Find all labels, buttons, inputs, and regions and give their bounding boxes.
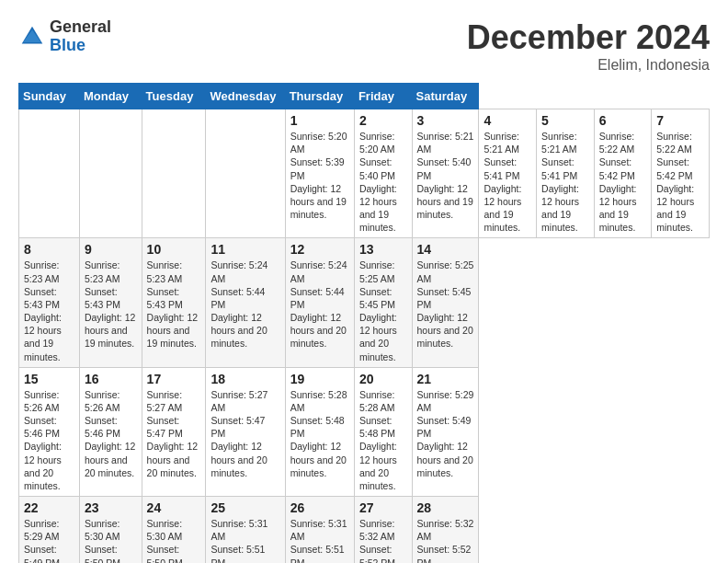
day-number: 3 xyxy=(417,113,474,128)
day-info: Sunrise: 5:30 AM Sunset: 5:50 PM Dayligh… xyxy=(85,517,137,563)
calendar-cell: 16 Sunrise: 5:26 AM Sunset: 5:46 PM Dayl… xyxy=(79,367,142,496)
calendar-cell: 2 Sunrise: 5:20 AM Sunset: 5:40 PM Dayli… xyxy=(354,109,412,238)
calendar-cell: 17 Sunrise: 5:27 AM Sunset: 5:47 PM Dayl… xyxy=(142,367,206,496)
title-block: December 2024 Elelim, Indonesia xyxy=(467,18,710,74)
day-number: 24 xyxy=(147,500,201,515)
calendar-cell: 6 Sunrise: 5:22 AM Sunset: 5:42 PM Dayli… xyxy=(594,109,652,238)
day-number: 27 xyxy=(359,500,407,515)
day-info: Sunrise: 5:26 AM Sunset: 5:46 PM Dayligh… xyxy=(85,388,137,479)
calendar-cell: 12 Sunrise: 5:24 AM Sunset: 5:44 PM Dayl… xyxy=(285,238,354,367)
day-number: 23 xyxy=(85,500,137,515)
day-number: 16 xyxy=(85,372,137,386)
calendar-week-4: 22 Sunrise: 5:29 AM Sunset: 5:49 PM Dayl… xyxy=(19,497,710,563)
logo: General Blue xyxy=(18,18,111,55)
day-info: Sunrise: 5:27 AM Sunset: 5:47 PM Dayligh… xyxy=(147,388,201,479)
calendar-cell: 28 Sunrise: 5:32 AM Sunset: 5:52 PM Dayl… xyxy=(412,497,479,563)
day-info: Sunrise: 5:22 AM Sunset: 5:42 PM Dayligh… xyxy=(656,130,704,234)
calendar-week-1: 1 Sunrise: 5:20 AM Sunset: 5:39 PM Dayli… xyxy=(19,109,710,238)
day-info: Sunrise: 5:29 AM Sunset: 5:49 PM Dayligh… xyxy=(24,517,74,563)
day-number: 20 xyxy=(359,372,407,386)
col-wednesday: Wednesday xyxy=(206,84,285,109)
day-number: 18 xyxy=(210,372,279,386)
calendar-cell: 5 Sunrise: 5:21 AM Sunset: 5:41 PM Dayli… xyxy=(537,109,595,238)
day-info: Sunrise: 5:20 AM Sunset: 5:40 PM Dayligh… xyxy=(359,130,407,234)
day-number: 9 xyxy=(85,242,137,257)
day-info: Sunrise: 5:21 AM Sunset: 5:41 PM Dayligh… xyxy=(483,130,531,234)
day-info: Sunrise: 5:32 AM Sunset: 5:52 PM Dayligh… xyxy=(359,517,407,563)
calendar-cell: 9 Sunrise: 5:23 AM Sunset: 5:43 PM Dayli… xyxy=(79,238,142,367)
calendar-cell xyxy=(142,109,206,238)
calendar-cell: 20 Sunrise: 5:28 AM Sunset: 5:48 PM Dayl… xyxy=(354,367,412,496)
calendar-cell: 11 Sunrise: 5:24 AM Sunset: 5:44 PM Dayl… xyxy=(206,238,285,367)
day-number: 4 xyxy=(483,113,531,128)
calendar-cell: 14 Sunrise: 5:25 AM Sunset: 5:45 PM Dayl… xyxy=(412,238,479,367)
logo-general: General xyxy=(50,18,111,37)
day-number: 22 xyxy=(24,500,74,515)
calendar-cell: 15 Sunrise: 5:26 AM Sunset: 5:46 PM Dayl… xyxy=(19,367,80,496)
day-number: 2 xyxy=(359,113,407,128)
month-title: December 2024 xyxy=(467,18,710,57)
calendar-cell: 7 Sunrise: 5:22 AM Sunset: 5:42 PM Dayli… xyxy=(652,109,710,238)
calendar-cell: 25 Sunrise: 5:31 AM Sunset: 5:51 PM Dayl… xyxy=(206,497,285,563)
col-monday: Monday xyxy=(79,84,142,109)
col-sunday: Sunday xyxy=(19,84,80,109)
calendar-cell: 3 Sunrise: 5:21 AM Sunset: 5:40 PM Dayli… xyxy=(412,109,479,238)
day-info: Sunrise: 5:28 AM Sunset: 5:48 PM Dayligh… xyxy=(290,388,349,479)
day-info: Sunrise: 5:31 AM Sunset: 5:51 PM Dayligh… xyxy=(290,517,349,563)
day-info: Sunrise: 5:28 AM Sunset: 5:48 PM Dayligh… xyxy=(359,388,407,492)
col-saturday: Saturday xyxy=(412,84,479,109)
calendar-header-row: Sunday Monday Tuesday Wednesday Thursday… xyxy=(19,84,710,109)
calendar-cell xyxy=(206,109,285,238)
calendar-cell: 26 Sunrise: 5:31 AM Sunset: 5:51 PM Dayl… xyxy=(285,497,354,563)
day-info: Sunrise: 5:21 AM Sunset: 5:40 PM Dayligh… xyxy=(417,130,474,221)
day-info: Sunrise: 5:24 AM Sunset: 5:44 PM Dayligh… xyxy=(210,259,279,350)
calendar-cell: 21 Sunrise: 5:29 AM Sunset: 5:49 PM Dayl… xyxy=(412,367,479,496)
day-info: Sunrise: 5:25 AM Sunset: 5:45 PM Dayligh… xyxy=(359,259,407,362)
day-info: Sunrise: 5:23 AM Sunset: 5:43 PM Dayligh… xyxy=(85,259,137,350)
calendar-cell: 23 Sunrise: 5:30 AM Sunset: 5:50 PM Dayl… xyxy=(79,497,142,563)
day-info: Sunrise: 5:29 AM Sunset: 5:49 PM Dayligh… xyxy=(417,388,474,479)
day-number: 10 xyxy=(147,242,201,257)
day-number: 21 xyxy=(417,372,474,386)
svg-marker-1 xyxy=(23,29,41,42)
col-tuesday: Tuesday xyxy=(142,84,206,109)
calendar-cell: 1 Sunrise: 5:20 AM Sunset: 5:39 PM Dayli… xyxy=(285,109,354,238)
logo-icon xyxy=(18,23,46,51)
calendar-cell: 24 Sunrise: 5:30 AM Sunset: 5:50 PM Dayl… xyxy=(142,497,206,563)
day-info: Sunrise: 5:26 AM Sunset: 5:46 PM Dayligh… xyxy=(24,388,74,492)
calendar-cell: 10 Sunrise: 5:23 AM Sunset: 5:43 PM Dayl… xyxy=(142,238,206,367)
col-friday: Friday xyxy=(354,84,412,109)
day-info: Sunrise: 5:30 AM Sunset: 5:50 PM Dayligh… xyxy=(147,517,201,563)
day-number: 26 xyxy=(290,500,349,515)
day-info: Sunrise: 5:32 AM Sunset: 5:52 PM Dayligh… xyxy=(417,517,474,563)
day-number: 13 xyxy=(359,242,407,257)
logo-blue: Blue xyxy=(50,37,111,55)
calendar-cell: 22 Sunrise: 5:29 AM Sunset: 5:49 PM Dayl… xyxy=(19,497,80,563)
day-number: 1 xyxy=(290,113,349,128)
day-info: Sunrise: 5:24 AM Sunset: 5:44 PM Dayligh… xyxy=(290,259,349,350)
page-header: General Blue December 2024 Elelim, Indon… xyxy=(18,18,710,74)
calendar-cell: 8 Sunrise: 5:23 AM Sunset: 5:43 PM Dayli… xyxy=(19,238,80,367)
day-number: 19 xyxy=(290,372,349,386)
calendar-cell xyxy=(79,109,142,238)
day-number: 14 xyxy=(417,242,474,257)
day-info: Sunrise: 5:22 AM Sunset: 5:42 PM Dayligh… xyxy=(599,130,647,234)
day-number: 28 xyxy=(417,500,474,515)
calendar-cell: 13 Sunrise: 5:25 AM Sunset: 5:45 PM Dayl… xyxy=(354,238,412,367)
col-thursday: Thursday xyxy=(285,84,354,109)
calendar-cell xyxy=(19,109,80,238)
location: Elelim, Indonesia xyxy=(467,57,710,74)
day-info: Sunrise: 5:27 AM Sunset: 5:47 PM Dayligh… xyxy=(210,388,279,479)
day-number: 17 xyxy=(147,372,201,386)
calendar-table: Sunday Monday Tuesday Wednesday Thursday… xyxy=(18,83,710,563)
day-info: Sunrise: 5:31 AM Sunset: 5:51 PM Dayligh… xyxy=(210,517,279,563)
day-number: 7 xyxy=(656,113,704,128)
day-info: Sunrise: 5:25 AM Sunset: 5:45 PM Dayligh… xyxy=(417,259,474,350)
calendar-cell: 27 Sunrise: 5:32 AM Sunset: 5:52 PM Dayl… xyxy=(354,497,412,563)
day-number: 15 xyxy=(24,372,74,386)
day-number: 6 xyxy=(599,113,647,128)
calendar-week-3: 15 Sunrise: 5:26 AM Sunset: 5:46 PM Dayl… xyxy=(19,367,710,496)
day-info: Sunrise: 5:21 AM Sunset: 5:41 PM Dayligh… xyxy=(541,130,589,234)
calendar-cell: 19 Sunrise: 5:28 AM Sunset: 5:48 PM Dayl… xyxy=(285,367,354,496)
day-info: Sunrise: 5:23 AM Sunset: 5:43 PM Dayligh… xyxy=(147,259,201,350)
